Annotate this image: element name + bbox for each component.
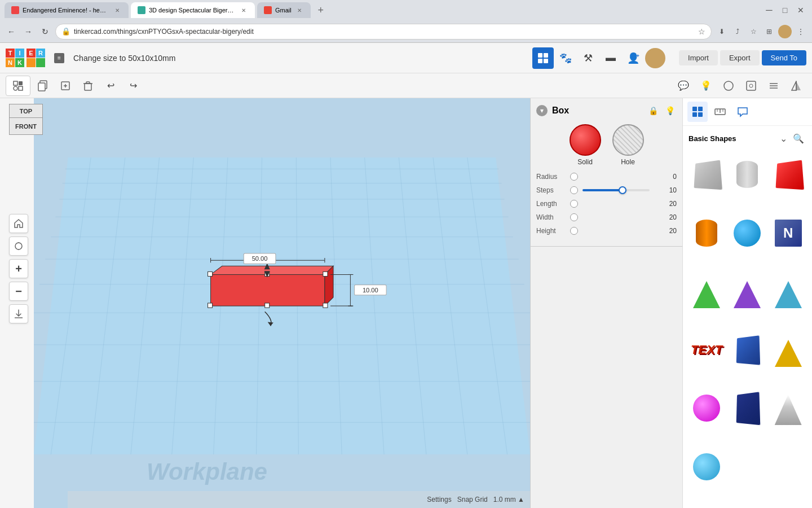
shape-item-pyramid-cyan[interactable] <box>769 272 807 310</box>
import-button[interactable]: Import <box>679 50 718 65</box>
light-icon[interactable]: 💡 <box>663 104 677 117</box>
shape-item-cone-grey[interactable] <box>769 389 807 427</box>
shape-item-box-navy[interactable] <box>728 389 766 427</box>
lock-icon[interactable]: 🔒 <box>646 104 660 117</box>
length-dot[interactable] <box>570 200 578 208</box>
view-front[interactable]: FRONT <box>9 118 43 135</box>
view-top[interactable]: TOP <box>9 104 43 118</box>
mirror-icon[interactable] <box>786 76 806 96</box>
shape-item-box-red[interactable] <box>769 155 807 194</box>
view-cube[interactable]: TOP FRONT <box>9 104 43 135</box>
radius-row: Radius 0 <box>536 173 677 181</box>
shape-item-sphere-lightblue[interactable] <box>687 448 726 486</box>
maximize-button[interactable]: □ <box>778 3 792 17</box>
shapes-category: Basic Shapes ⌄ 🔍 <box>683 126 812 151</box>
svg-text:50.00: 50.00 <box>252 255 268 262</box>
solid-type[interactable]: Solid <box>570 124 601 166</box>
shape-item-pyramid-purple[interactable] <box>728 272 766 310</box>
width-dot[interactable] <box>570 213 578 221</box>
steps-slider-track[interactable] <box>582 189 650 191</box>
steps-dot[interactable] <box>570 186 578 194</box>
pyramid-cyan-icon <box>775 274 802 308</box>
zoom-in-button[interactable]: + <box>9 259 28 278</box>
shape-item-letter-n[interactable]: N <box>769 214 807 252</box>
forward-button[interactable]: → <box>21 25 35 38</box>
refresh-button[interactable]: ↻ <box>38 25 52 38</box>
comment-icon[interactable]: 💬 <box>673 76 694 96</box>
shape-item-pyramid-yellow[interactable] <box>769 331 807 369</box>
workplane[interactable]: 50.00 10.00 Workplane Settings Snap Gr <box>34 98 530 508</box>
tab-title-tinkercad: 3D design Spectacular Bigery | Ti... <box>149 7 236 14</box>
download-icon[interactable]: ⬇ <box>715 25 729 38</box>
share-icon[interactable]: ⤴ <box>731 25 744 38</box>
minimize-button[interactable]: ─ <box>762 3 776 17</box>
download-view-button[interactable] <box>9 304 28 323</box>
select-icon[interactable] <box>718 76 739 96</box>
tab-close-tinkercad[interactable]: ✕ <box>239 6 248 15</box>
search-shapes-button[interactable]: 🔍 <box>791 130 806 146</box>
radius-dot[interactable] <box>570 173 578 181</box>
back-button[interactable]: ← <box>5 25 18 38</box>
shape-item-pyramid-green[interactable] <box>687 272 726 310</box>
comment-tab[interactable] <box>732 102 753 122</box>
zoom-out-button[interactable]: − <box>9 282 28 301</box>
home-view-button[interactable] <box>9 214 28 233</box>
align-icon[interactable] <box>764 76 784 96</box>
star-icon[interactable]: ☆ <box>698 27 705 36</box>
undo-button[interactable]: ↩ <box>100 76 121 96</box>
edit-toolbar: ↩ ↪ 💬 💡 <box>0 73 812 98</box>
browser-tab-gmail2[interactable]: Gmail ✕ <box>257 2 311 18</box>
grid-view-tab[interactable] <box>687 102 708 122</box>
settings-label[interactable]: Settings <box>427 496 451 503</box>
browser-tab-gmail[interactable]: Endangered Eminence! - heman... ✕ <box>5 2 129 18</box>
close-button[interactable]: ✕ <box>794 3 807 17</box>
tinkercad-logo[interactable]: T I N K E R <box>6 49 45 67</box>
height-dot[interactable] <box>570 227 578 235</box>
more-icon[interactable]: ⋮ <box>794 25 807 38</box>
shape-item-box-blue[interactable] <box>728 331 766 369</box>
user-avatar[interactable] <box>645 48 665 68</box>
menu-icon[interactable]: ≡ <box>54 53 64 63</box>
hole-circle[interactable] <box>612 124 644 156</box>
new-tab-button[interactable]: + <box>313 2 329 18</box>
shape-item-cylinder-orange[interactable] <box>687 214 726 252</box>
duplicate-button[interactable] <box>33 76 53 96</box>
browser-profile[interactable] <box>778 25 792 38</box>
tab-close-gmail2[interactable]: ✕ <box>295 6 304 15</box>
shape-item-box-grey[interactable] <box>687 155 726 194</box>
viewport[interactable]: TOP FRONT + − <box>0 98 530 508</box>
hole-type[interactable]: Hole <box>612 124 644 166</box>
collapse-button[interactable]: ▾ <box>536 105 548 116</box>
fit-view-button[interactable] <box>9 237 28 256</box>
send-to-button[interactable]: Send To <box>762 50 806 65</box>
steps-slider-thumb[interactable] <box>619 186 626 194</box>
add-person-icon[interactable]: 👤 + <box>623 47 644 69</box>
copy-button[interactable] <box>55 76 76 96</box>
tinkercad-favicon <box>138 6 145 14</box>
delete-button[interactable] <box>78 76 98 96</box>
paw-icon[interactable]: 🐾 <box>555 47 576 69</box>
shape-item-sphere-blue[interactable] <box>728 214 766 252</box>
address-bar[interactable]: 🔒 tinkercad.com/things/cxnPTYOGsxA-spect… <box>55 24 712 40</box>
export-button[interactable]: Export <box>720 50 760 65</box>
shape-item-text-red[interactable]: TEXT <box>687 331 726 369</box>
tools-icon[interactable]: ⚒ <box>577 47 599 69</box>
layers-icon[interactable]: ▬ <box>600 47 621 69</box>
new-shape-button[interactable] <box>6 76 30 96</box>
tab-close-gmail[interactable]: ✕ <box>113 6 122 15</box>
bulb-icon[interactable]: 💡 <box>696 76 716 96</box>
browser-tab-tinkercad[interactable]: 3D design Spectacular Bigery | Ti... ✕ <box>131 2 255 18</box>
toolbar: T I N K E R ≡ Change size to 50x10x10mm … <box>0 43 812 73</box>
bookmark-icon[interactable]: ☆ <box>747 25 760 38</box>
solid-circle[interactable] <box>570 124 601 156</box>
apps-icon[interactable]: ⊞ <box>762 25 776 38</box>
view-3d-icon[interactable] <box>532 47 554 69</box>
shape-item-sphere-magenta[interactable] <box>687 389 726 427</box>
ruler-tab[interactable] <box>710 102 730 122</box>
shape-item-cylinder-grey[interactable] <box>728 155 766 194</box>
box-select-icon[interactable] <box>741 76 761 96</box>
svg-rect-62 <box>265 303 270 308</box>
category-dropdown[interactable]: ⌄ <box>780 133 787 144</box>
redo-button[interactable]: ↪ <box>123 76 143 96</box>
snap-grid-value[interactable]: 1.0 mm ▲ <box>493 496 524 503</box>
